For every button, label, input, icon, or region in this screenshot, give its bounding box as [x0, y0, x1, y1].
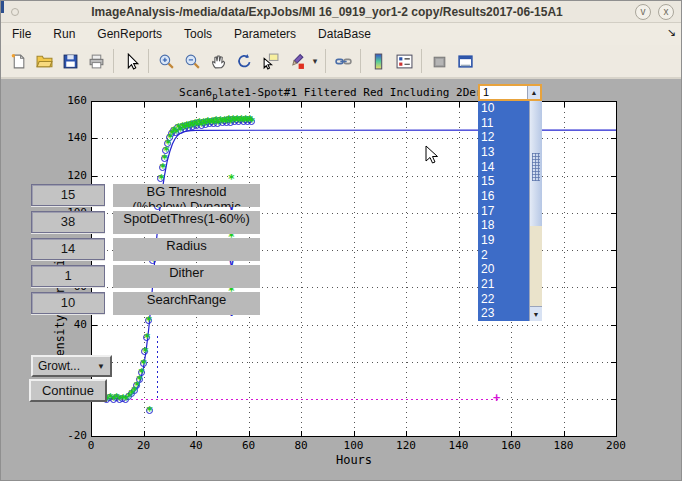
dropdown-list: 10111213141516171819220212223 ▼: [478, 101, 542, 321]
x-tick-label: 120: [391, 439, 421, 452]
tick-mark-x: [511, 431, 512, 436]
zoom-out-icon[interactable]: [179, 48, 205, 74]
data-point-asterisk: *: [144, 314, 154, 328]
dropdown-item-10[interactable]: 10: [478, 101, 529, 116]
insert-legend-icon[interactable]: [391, 48, 417, 74]
gridline-x: [354, 102, 355, 436]
dropdown-item-19[interactable]: 19: [478, 233, 529, 248]
tick-mark-x: [249, 431, 250, 436]
pointer-icon[interactable]: [118, 48, 144, 74]
tick-mark-x: [616, 102, 617, 107]
brush-caret-icon[interactable]: ▾: [309, 48, 321, 74]
tick-mark-y: [611, 287, 616, 288]
tick-mark-y: [92, 287, 97, 288]
param-input-searchrange[interactable]: 10: [31, 292, 105, 314]
menu-item-run[interactable]: Run: [42, 24, 86, 44]
param-input-bg-threshold[interactable]: 15: [31, 184, 105, 206]
growth-dropdown-label: Growt...: [38, 359, 80, 373]
dropdown-item-23[interactable]: 23: [478, 306, 529, 321]
dock-arrow-icon[interactable]: ↘: [667, 26, 676, 39]
growth-dropdown-button[interactable]: Growt... ▼: [31, 355, 112, 377]
dropdown-item-16[interactable]: 16: [478, 189, 529, 204]
x-tick-label: 180: [549, 439, 579, 452]
dropdown-item-20[interactable]: 20: [478, 262, 529, 277]
tick-mark-y: [92, 436, 97, 437]
gridline-x: [301, 102, 302, 436]
param-input-spotdetthres-1-60-[interactable]: 38: [31, 211, 105, 233]
link-plots-icon[interactable]: [330, 48, 356, 74]
brush-icon[interactable]: [283, 48, 309, 74]
tick-mark-x: [196, 102, 197, 107]
dropdown-edit-value[interactable]: 1: [480, 86, 527, 99]
param-input-radius[interactable]: 14: [31, 238, 105, 260]
new-file-icon[interactable]: [5, 48, 31, 74]
tick-mark-y: [92, 101, 97, 102]
insert-colorbar-icon[interactable]: [365, 48, 391, 74]
dropdown-item-17[interactable]: 17: [478, 204, 529, 219]
x-tick-label: 100: [339, 439, 369, 452]
dropdown-item-21[interactable]: 21: [478, 277, 529, 292]
scroll-up-icon[interactable]: ▲: [527, 86, 540, 99]
tick-mark-x: [144, 102, 145, 107]
dropdown-item-18[interactable]: 18: [478, 218, 529, 233]
tick-mark-x: [564, 431, 565, 436]
tick-mark-y: [92, 138, 97, 139]
tick-mark-y: [611, 101, 616, 102]
x-tick-label: 80: [286, 439, 316, 452]
toolbar-separator: [325, 49, 326, 73]
window-title: ImageAnalysis-/media/data/ExpJobs/MI 16_…: [19, 5, 635, 19]
dropdown-item-14[interactable]: 14: [478, 160, 529, 175]
zoom-in-icon[interactable]: [153, 48, 179, 74]
dropdown-item-2[interactable]: 2: [478, 248, 529, 263]
tick-mark-y: [92, 325, 97, 326]
dropdown-item-15[interactable]: 15: [478, 174, 529, 189]
dropdown-item-12[interactable]: 12: [478, 130, 529, 145]
save-icon[interactable]: [57, 48, 83, 74]
menu-item-database[interactable]: DataBase: [307, 24, 382, 44]
close-button[interactable]: x: [658, 4, 674, 20]
print-icon[interactable]: [83, 48, 109, 74]
title-bar[interactable]: ImageAnalysis-/media/data/ExpJobs/MI 16_…: [1, 1, 681, 23]
open-folder-icon[interactable]: [31, 48, 57, 74]
tick-mark-x: [459, 431, 460, 436]
gridline-y: [92, 325, 616, 326]
data-point-asterisk: *: [247, 115, 257, 129]
menu-item-parameters[interactable]: Parameters: [223, 24, 307, 44]
data-cursor-icon[interactable]: [257, 48, 283, 74]
dropdown-scrollbar[interactable]: ▼: [529, 101, 542, 321]
menu-item-genreports[interactable]: GenReports: [86, 24, 173, 44]
tick-mark-y: [611, 138, 616, 139]
rotate-3d-icon[interactable]: [231, 48, 257, 74]
toolbar-separator: [421, 49, 422, 73]
scroll-down-icon[interactable]: ▼: [530, 306, 542, 321]
tick-mark-y: [92, 176, 97, 177]
tick-mark-x: [354, 102, 355, 107]
tick-mark-x: [616, 431, 617, 436]
param-label: SpotDetThres(1-60%): [113, 211, 260, 234]
param-input-dither[interactable]: 1: [31, 265, 105, 287]
menu-item-file[interactable]: File: [1, 24, 42, 44]
menu-item-tools[interactable]: Tools: [173, 24, 223, 44]
tick-mark-x: [144, 431, 145, 436]
dock-figure-icon[interactable]: [452, 48, 478, 74]
dropdown-edit-row: 1 ▲: [478, 84, 542, 101]
tick-mark-y: [611, 250, 616, 251]
continue-button[interactable]: Continue: [29, 379, 107, 402]
param-label: BG Threshold(%below) Dynamic: [113, 184, 260, 207]
shade-button[interactable]: v: [635, 4, 651, 20]
window-menu-icon[interactable]: [11, 8, 19, 16]
tick-mark-y: [611, 176, 616, 177]
pan-hand-icon[interactable]: [205, 48, 231, 74]
dropdown-item-22[interactable]: 22: [478, 292, 529, 307]
scrollbar-thumb[interactable]: [530, 101, 542, 226]
dropdown-item-11[interactable]: 11: [478, 116, 529, 131]
y-tick-label: 140: [53, 131, 87, 144]
x-tick-label: 200: [601, 439, 631, 452]
toolbar: ▾: [1, 45, 681, 79]
menu-bar: FileRunGenReportsToolsParametersDataBase: [1, 23, 681, 45]
x-tick-label: 140: [444, 439, 474, 452]
plot-tools-off-icon[interactable]: [426, 48, 452, 74]
dropdown-item-13[interactable]: 13: [478, 145, 529, 160]
x-tick-label: 20: [129, 439, 159, 452]
y-tick-label: -20: [53, 429, 87, 442]
